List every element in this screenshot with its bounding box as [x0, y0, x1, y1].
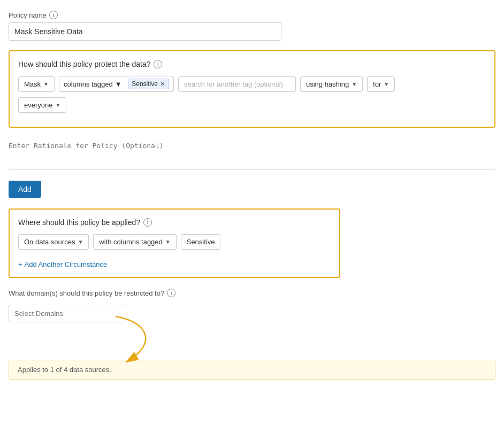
- policy-name-input[interactable]: [9, 22, 281, 41]
- for-chevron-icon: ▼: [384, 81, 389, 87]
- where-policy-box: Where should this policy be applied? i O…: [9, 208, 340, 278]
- add-circumstance-link[interactable]: + Add Another Circumstance: [18, 260, 107, 268]
- domains-info-icon[interactable]: i: [167, 289, 175, 297]
- tag-remove-button[interactable]: ✕: [160, 81, 165, 87]
- where-columns-tagged-dropdown[interactable]: with columns tagged ▼: [93, 234, 176, 250]
- tag-search-input[interactable]: [178, 76, 296, 92]
- for-dropdown[interactable]: for ▼: [367, 76, 395, 92]
- where-title: Where should this policy be applied? i: [18, 218, 331, 227]
- policy-name-info-icon[interactable]: i: [49, 11, 58, 19]
- everyone-dropdown[interactable]: everyone ▼: [18, 97, 66, 113]
- protect-controls-row: Mask ▼ columns tagged ▼ Sensitive ✕ usin…: [18, 76, 486, 92]
- sensitive-tag-badge: Sensitive ✕: [128, 79, 169, 89]
- protect-policy-box: How should this policy protect the data?…: [9, 50, 495, 128]
- policy-name-label: Policy name i: [9, 11, 495, 19]
- where-info-icon[interactable]: i: [143, 218, 152, 227]
- columns-tagged-chevron-icon: ▼: [115, 80, 122, 88]
- protect-title: How should this policy protect the data?…: [18, 60, 486, 68]
- add-button[interactable]: Add: [9, 181, 41, 198]
- mask-chevron-icon: ▼: [43, 81, 49, 87]
- where-tag-value: Sensitive: [181, 234, 221, 250]
- everyone-chevron-icon: ▼: [55, 102, 60, 108]
- domains-section: What domain(s) should this policy be res…: [9, 289, 495, 322]
- protect-info-icon[interactable]: i: [154, 60, 162, 68]
- datasources-chevron-icon: ▼: [78, 239, 83, 245]
- where-columns-tagged-chevron-icon: ▼: [165, 239, 171, 245]
- mask-dropdown[interactable]: Mask ▼: [18, 76, 55, 92]
- rationale-textarea[interactable]: [9, 137, 495, 169]
- everyone-row: everyone ▼: [18, 97, 486, 113]
- hashing-chevron-icon: ▼: [352, 81, 357, 87]
- arrow-annotation: [62, 316, 180, 365]
- hashing-dropdown[interactable]: using hashing ▼: [300, 76, 363, 92]
- datasources-dropdown[interactable]: On data sources ▼: [18, 234, 89, 250]
- domains-question: What domain(s) should this policy be res…: [9, 289, 495, 297]
- where-controls-row: On data sources ▼ with columns tagged ▼ …: [18, 234, 331, 250]
- columns-tagged-container: columns tagged ▼ Sensitive ✕: [59, 76, 174, 92]
